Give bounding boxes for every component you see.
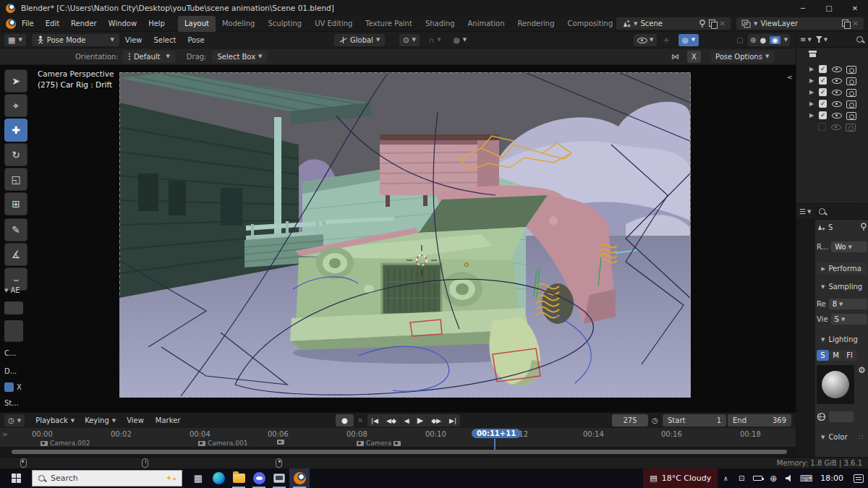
checkbox-icon[interactable]: ✓ bbox=[819, 65, 827, 73]
remove-viewlayer-icon[interactable]: ✕ bbox=[853, 20, 859, 27]
object-visibility-dropdown[interactable]: ▼ bbox=[634, 34, 657, 46]
menu-pose3d[interactable]: Pose bbox=[182, 32, 210, 48]
play-reverse-button[interactable]: ◀ bbox=[401, 414, 414, 427]
tool-item-c[interactable]: C... bbox=[4, 349, 29, 357]
properties-editor-type-dropdown[interactable]: ☰▼ bbox=[799, 207, 811, 215]
current-frame-field[interactable]: 275 bbox=[612, 414, 648, 427]
tool-tweak-button[interactable]: ➤ bbox=[4, 69, 27, 93]
start-button[interactable] bbox=[0, 468, 32, 488]
prev-keyframe-button[interactable]: ◀◆ bbox=[383, 414, 401, 427]
outliner-filter-dropdown[interactable]: ▼ bbox=[816, 36, 827, 43]
viewlayer-selector[interactable]: ▼ ViewLayer ✕ bbox=[736, 17, 864, 30]
color-swatch-blue[interactable] bbox=[4, 382, 14, 392]
tool-item-d[interactable]: D... bbox=[4, 367, 29, 375]
jump-to-start-button[interactable]: |◀ bbox=[367, 414, 383, 427]
timeline-marker[interactable]: Camera.002 bbox=[41, 440, 90, 447]
viewport-3d[interactable]: Camera Perspective (275) Car Rig : Drift… bbox=[0, 65, 796, 412]
timeline-marker[interactable]: Camera bbox=[357, 440, 401, 447]
tray-app-icon[interactable]: ⊡ bbox=[733, 468, 749, 488]
camera-restrict-icon[interactable] bbox=[846, 111, 856, 119]
new-viewlayer-icon[interactable] bbox=[842, 20, 850, 28]
proportional-edit-toggle[interactable]: ◎▼ bbox=[450, 34, 470, 46]
panel-lighting[interactable]: ▼Lighting bbox=[817, 333, 867, 346]
camera-restrict-icon[interactable] bbox=[846, 99, 856, 108]
lighting-matcap-button[interactable]: M bbox=[830, 350, 842, 361]
shading-material-button[interactable]: ◉ bbox=[770, 36, 780, 44]
drag-mode-dropdown[interactable]: Select Box▼ bbox=[212, 51, 267, 63]
task-view-button[interactable]: ▦ bbox=[188, 468, 208, 488]
taskbar-discord[interactable] bbox=[249, 468, 269, 488]
timeline-scrollbar[interactable] bbox=[12, 450, 787, 454]
shading-solid-button[interactable]: ● bbox=[760, 36, 766, 44]
tab-modeling[interactable]: Modeling bbox=[216, 16, 262, 32]
tool-transform-button[interactable]: ⊞ bbox=[4, 192, 27, 215]
outliner-search-icon[interactable] bbox=[856, 35, 864, 44]
weather-widget[interactable]: ▤ 18°C Cloudy bbox=[643, 468, 718, 488]
checkbox-icon[interactable]: ✓ bbox=[819, 111, 827, 119]
play-button[interactable]: ▶ bbox=[414, 414, 427, 427]
pivot-point-dropdown[interactable]: ⊙▼ bbox=[399, 34, 420, 46]
mode-dropdown[interactable]: Pose Mode ▼ bbox=[32, 34, 119, 46]
tab-shading[interactable]: Shading bbox=[419, 16, 461, 32]
timeline-expand-arrow[interactable]: > bbox=[2, 431, 8, 438]
auto-keying-button[interactable]: ● bbox=[336, 414, 354, 427]
panel-color[interactable]: ▼Color∷ bbox=[817, 431, 867, 443]
maximize-button[interactable]: □ bbox=[816, 0, 842, 16]
tool-scale-button[interactable]: ◱ bbox=[4, 168, 27, 191]
camera-restrict-icon[interactable] bbox=[846, 122, 855, 131]
outliner-row-disabled[interactable] bbox=[796, 121, 868, 132]
panel-sampling[interactable]: ▼Sampling bbox=[817, 281, 867, 293]
tray-expand-button[interactable]: ∧ bbox=[718, 468, 733, 488]
menu-keying[interactable]: Keying▼ bbox=[80, 414, 121, 427]
gear-icon[interactable]: ⚙ bbox=[858, 365, 866, 375]
tray-volume[interactable] bbox=[781, 468, 797, 488]
eye-icon[interactable] bbox=[832, 99, 841, 108]
scene-selector[interactable]: ▼ Scene ✕ bbox=[616, 17, 731, 30]
checkbox-icon[interactable]: ✓ bbox=[819, 100, 827, 108]
tray-network[interactable]: ⊕ bbox=[765, 468, 781, 488]
menu-file[interactable]: File bbox=[16, 16, 40, 32]
menu-playback[interactable]: Playback▼ bbox=[30, 414, 80, 427]
pin-icon[interactable] bbox=[860, 223, 867, 231]
eye-icon[interactable] bbox=[832, 87, 841, 96]
tool-swatch[interactable] bbox=[4, 301, 23, 314]
current-frame-indicator[interactable]: 00:11+11 bbox=[472, 429, 521, 438]
next-keyframe-button[interactable]: ◆▶ bbox=[427, 414, 446, 427]
taskbar-clock[interactable]: 18:00 bbox=[814, 474, 849, 483]
checkbox-icon[interactable]: ✓ bbox=[819, 77, 827, 85]
tool-cursor-button[interactable]: ⌖ bbox=[4, 94, 27, 117]
frame-start-field[interactable]: Start1 bbox=[663, 414, 726, 427]
world-sphere-icon[interactable] bbox=[817, 412, 826, 421]
pillar[interactable] bbox=[274, 117, 281, 241]
playhead-line[interactable] bbox=[494, 439, 495, 447]
taskbar-explorer[interactable] bbox=[229, 468, 249, 488]
frame-end-field[interactable]: End369 bbox=[728, 414, 791, 427]
tool-annotate-button[interactable]: ✎ bbox=[4, 218, 27, 241]
studiolight-field[interactable] bbox=[829, 411, 854, 422]
tab-animation[interactable]: Animation bbox=[461, 16, 511, 32]
tab-sculpting[interactable]: Sculpting bbox=[261, 16, 308, 32]
tray-keyboard[interactable]: ⌨ bbox=[797, 468, 814, 488]
outliner-row[interactable]: ▶✓ bbox=[796, 63, 868, 74]
tool-item-st[interactable]: St... bbox=[4, 399, 29, 407]
gizmos-toggle[interactable]: ✛ bbox=[660, 34, 673, 46]
lighting-flat-button[interactable]: Fl bbox=[843, 350, 856, 361]
timeline-editor-type-dropdown[interactable]: ◷▼ bbox=[4, 414, 25, 427]
blender-menu-icon[interactable] bbox=[6, 19, 16, 29]
taskbar-search-box[interactable]: Search ✦✦ bbox=[32, 470, 182, 487]
taskbar-edge[interactable] bbox=[208, 468, 229, 488]
taskbar-blender[interactable] bbox=[289, 468, 310, 488]
sampling-viewport-dropdown[interactable]: S▼ bbox=[831, 314, 867, 325]
properties-search-input[interactable] bbox=[814, 206, 865, 217]
menu-select3d[interactable]: Select bbox=[148, 32, 182, 48]
camera-view[interactable] bbox=[119, 72, 691, 398]
editor-type-3dview[interactable]: ▦▼ bbox=[4, 34, 26, 46]
tool-rotate-button[interactable]: ↻ bbox=[4, 143, 27, 166]
taskbar-capture-app[interactable] bbox=[269, 468, 289, 488]
mirror-x-button[interactable]: X bbox=[687, 51, 701, 63]
timeline-ruler[interactable]: > 00:00 00:02 00:04 00:06 00:08 00:10 00… bbox=[0, 428, 796, 447]
minimize-button[interactable]: ─ bbox=[790, 0, 816, 16]
notification-center-button[interactable] bbox=[849, 468, 868, 488]
tab-layout[interactable]: Layout bbox=[178, 16, 216, 32]
new-scene-icon[interactable] bbox=[709, 20, 717, 28]
